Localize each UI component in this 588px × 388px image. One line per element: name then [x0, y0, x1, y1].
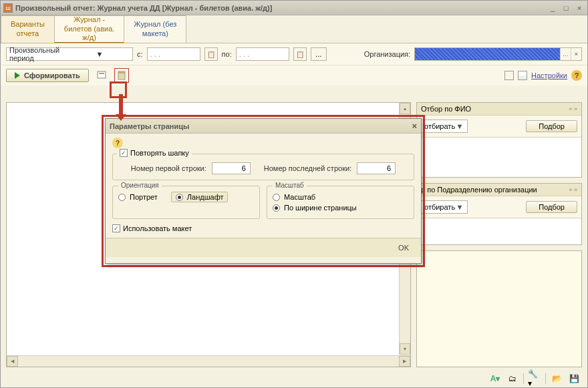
page-width-radio[interactable]: По ширине страницы [273, 202, 408, 213]
page-settings-dialog: Параметры страницы × ? ✓ Повторять шапку… [105, 118, 422, 264]
scroll-right-button[interactable]: ▶ [399, 356, 410, 367]
dialog-close-button[interactable]: × [412, 121, 417, 131]
ok-button[interactable]: OK [393, 242, 414, 253]
use-layout-checkbox[interactable]: ✓ [112, 224, 120, 232]
repeat-header-label: Повторять шапку [130, 149, 189, 157]
scroll-left-button[interactable]: ◀ [7, 356, 18, 367]
print-settings-icon[interactable] [94, 68, 109, 83]
main-window: ш Произвольный отчет: Журнал учета ДД [Ж… [0, 0, 588, 388]
filter-fio-panel: Отбор по ФИО « » отбирать ▼ Подбор [416, 102, 582, 178]
period-ellipsis-button[interactable]: ... [311, 47, 327, 61]
scale-radio[interactable]: Масштаб [273, 192, 408, 202]
repeat-header-checkbox[interactable]: ✓ [120, 149, 128, 157]
scale-legend: Масштаб [273, 182, 307, 189]
landscape-radio[interactable]: Ландшафт [171, 192, 229, 202]
view-mode1-icon[interactable] [504, 71, 514, 80]
app-icon: ш [3, 3, 13, 13]
portrait-radio[interactable]: Портрет [118, 192, 158, 202]
dept-mode-select[interactable]: отбирать ▼ [421, 200, 468, 214]
run-report-button[interactable]: Сформировать [6, 69, 89, 82]
period-value: Произвольный период [9, 46, 69, 62]
landscape-label: Ландшафт [187, 193, 224, 201]
fio-pick-button[interactable]: Подбор [526, 120, 577, 132]
orientation-group: Ориентация Портрет Ландшафт [112, 186, 260, 219]
orientation-legend: Ориентация [118, 182, 162, 189]
titlebar: ш Произвольный отчет: Журнал учета ДД [Ж… [1, 1, 587, 15]
page-setup-icon[interactable] [114, 68, 129, 83]
scale-label: Масштаб [284, 193, 315, 201]
from-label: с: [137, 50, 143, 58]
dept-pick-button[interactable]: Подбор [526, 201, 577, 213]
period-select[interactable]: Произвольный период ▼ [6, 47, 133, 61]
repeat-header-group: ✓ Повторять шапку Номер первой строки: Н… [112, 154, 414, 180]
last-row-field[interactable] [357, 162, 396, 174]
tree-icon[interactable]: 🗂 [506, 373, 519, 385]
dropdown-icon[interactable]: ▼ [455, 122, 464, 130]
svg-rect-0 [98, 71, 106, 78]
bottom-toolbar: A▾ 🗂 🔧▾ 📂 💾 [488, 373, 581, 385]
close-button[interactable]: × [574, 3, 585, 13]
minimize-button[interactable]: _ [547, 3, 558, 13]
org-ellipsis-button[interactable]: … [560, 48, 571, 60]
first-row-label: Номер первой строки: [131, 164, 206, 172]
tabs-bar: Варианты отчета Журнал - билетов (авиа. … [1, 15, 587, 43]
period-toolbar: Произвольный период ▼ с: . . . 📋 по: . .… [1, 43, 587, 65]
dialog-title: Параметры страницы [110, 122, 189, 130]
scroll-down-button[interactable]: ▼ [400, 343, 410, 355]
panel-collapse-icon[interactable]: « » [569, 186, 577, 193]
last-row-label: Номер последней строки: [264, 164, 351, 172]
svg-rect-3 [118, 71, 125, 73]
horizontal-scrollbar[interactable]: ◀ ▶ [7, 355, 410, 367]
filter-fio-title: Отбор по ФИО [421, 105, 471, 113]
scale-group: Масштаб Масштаб По ширине страницы [267, 186, 414, 219]
font-icon[interactable]: A▾ [488, 373, 502, 385]
panel-collapse-icon[interactable]: « » [569, 106, 577, 112]
to-date-field[interactable]: . . . [236, 47, 289, 61]
window-title: Произвольный отчет: Журнал учета ДД [Жур… [15, 4, 547, 12]
view-mode2-icon[interactable] [518, 71, 527, 80]
save-icon[interactable]: 💾 [567, 373, 581, 385]
to-label: по: [222, 50, 232, 58]
org-label: Организация: [364, 50, 410, 58]
play-icon [15, 72, 20, 79]
tab-journal-no-layout[interactable]: Журнал (без макета) [124, 15, 186, 43]
filter-dept-header[interactable]: р по Подразделению организации « » [417, 184, 581, 196]
spacer-panel [416, 250, 582, 367]
fio-mode-select[interactable]: отбирать ▼ [421, 120, 468, 133]
run-report-label: Сформировать [24, 71, 80, 79]
sidebar: Отбор по ФИО « » отбирать ▼ Подбор р по … [416, 102, 582, 367]
svg-rect-1 [99, 73, 104, 74]
dialog-help-icon[interactable]: ? [112, 138, 123, 148]
settings-link[interactable]: Настройки [531, 71, 567, 79]
filter-dept-panel: р по Подразделению организации « » отбир… [416, 183, 582, 245]
scroll-up-button[interactable]: ▲ [400, 103, 410, 114]
filter-fio-header[interactable]: Отбор по ФИО « » [417, 103, 581, 116]
from-date-value: . . . [150, 50, 197, 58]
org-clear-button[interactable]: × [571, 48, 581, 60]
wrench-icon[interactable]: 🔧▾ [528, 373, 541, 385]
dropdown-icon[interactable]: ▼ [455, 203, 464, 211]
callout-arrow-icon [116, 94, 126, 120]
first-row-field[interactable] [212, 162, 251, 174]
from-calendar-button[interactable]: 📋 [204, 47, 218, 61]
tab-journal-tickets[interactable]: Журнал - билетов (авиа. ж/д) [54, 15, 125, 43]
action-toolbar: Сформировать Настройки ? [1, 65, 587, 85]
use-layout-label: Использовать макет [123, 224, 192, 232]
to-calendar-button[interactable]: 📋 [293, 47, 307, 61]
tab-variants[interactable]: Варианты отчета [1, 15, 55, 43]
page-width-label: По ширине страницы [284, 204, 357, 212]
from-date-field[interactable]: . . . [147, 47, 200, 61]
dialog-titlebar: Параметры страницы × [106, 119, 421, 134]
open-icon[interactable]: 📂 [550, 373, 563, 385]
maximize-button[interactable]: □ [561, 3, 571, 13]
portrait-label: Портрет [130, 193, 158, 201]
filter-dept-title: р по Подразделению организации [421, 186, 537, 194]
fio-mode-value: отбирать [424, 122, 455, 130]
period-dropdown-icon[interactable]: ▼ [69, 50, 130, 58]
to-date-value: . . . [239, 50, 286, 58]
organization-field[interactable]: … × [414, 47, 582, 61]
dept-mode-value: отбирать [424, 203, 455, 211]
help-icon[interactable]: ? [571, 70, 582, 81]
